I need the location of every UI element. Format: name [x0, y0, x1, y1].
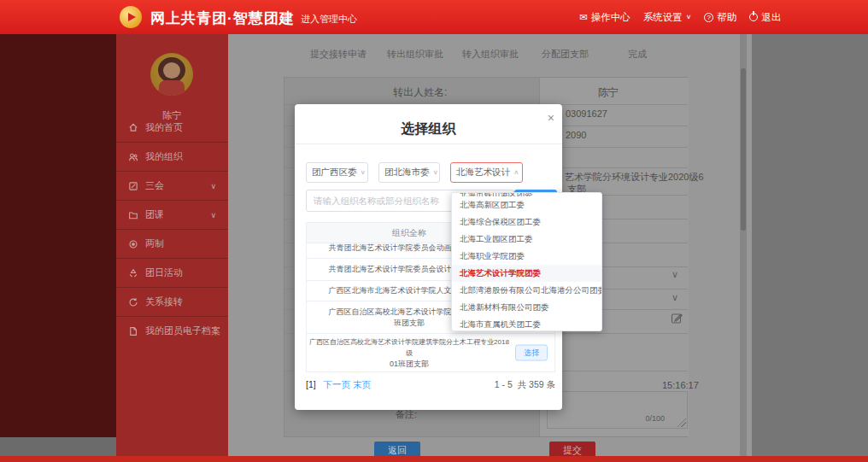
sidebar-item-relation-transfer[interactable]: 关系接转	[116, 287, 228, 316]
dropdown-item[interactable]: 北海市直属机关团工委	[452, 316, 601, 331]
last-page-link[interactable]: 末页	[353, 379, 371, 389]
form-value-3: 2090	[566, 130, 586, 140]
page-left-bottom	[0, 437, 116, 456]
step-out-org-approve: 转出组织审批	[387, 48, 443, 61]
org-dropdown-panel: 北海市铁山港区团委 北海高新区团工委 北海综合保税区团工委 北海工业园区团工委 …	[451, 192, 602, 331]
page-left-background	[0, 34, 116, 437]
sidebar-item-organization[interactable]: 我的组织	[116, 142, 228, 171]
logout-menu[interactable]: 退出	[749, 11, 781, 24]
target-icon	[128, 239, 138, 249]
char-counter: 0/100	[645, 414, 665, 423]
chevron-down-icon[interactable]: ∨	[672, 292, 678, 303]
users-icon	[128, 152, 138, 162]
system-settings-menu[interactable]: 系统设置 ∨	[643, 11, 692, 24]
dropdown-item[interactable]: 北海综合保税区团工委	[452, 213, 601, 231]
pagination: [1] 下一页 末页 1 - 5 共 359 条	[306, 379, 555, 391]
dropdown-item[interactable]: 北海职业学院团委	[452, 248, 601, 265]
step-submit: 提交接转申请	[310, 48, 367, 61]
recycle-icon	[128, 268, 138, 278]
sidebar-item-tuanke[interactable]: 团课 ∨	[116, 200, 228, 229]
edit-pencil-icon[interactable]	[671, 312, 683, 326]
chevron-down-icon: ∨	[361, 169, 367, 176]
edit-icon	[128, 181, 138, 191]
sidebar-item-member-archive[interactable]: 我的团员电子档案	[116, 316, 228, 345]
app-header: 网上共青团·智慧团建 进入管理中心 ✉ 操作中心 系统设置 ∨ ? 帮助 退出	[0, 0, 868, 34]
sidebar-item-label: 我的团员电子档案	[145, 325, 220, 337]
chevron-down-icon: ∨	[210, 211, 216, 219]
refresh-icon	[128, 297, 138, 307]
org-name-line2: 01班团支部	[307, 359, 512, 370]
table-row[interactable]: 广西区自治区高校北海艺术设计学院建筑学院分土木工程专业2018级 01班团支部 …	[307, 334, 554, 371]
chevron-up-icon: ∧	[513, 169, 519, 176]
sidebar-item-sanhui[interactable]: 三会 ∨	[116, 171, 228, 200]
name-label: 转出人姓名:	[393, 85, 447, 100]
sidebar-item-label: 团课	[145, 208, 164, 221]
question-icon: ?	[704, 13, 713, 22]
pagination-range: 1 - 5	[495, 379, 513, 389]
avatar-face	[163, 62, 180, 79]
select-label: 北海艺术设计	[456, 167, 510, 178]
enter-admin-center-link[interactable]: 进入管理中心	[301, 13, 357, 26]
sidebar-item-home[interactable]: 我的首页	[116, 113, 228, 142]
help-menu[interactable]: ? 帮助	[704, 11, 736, 24]
dropdown-item[interactable]: 北部湾港股份有限公司北海港分公司团委	[452, 282, 601, 299]
sidebar-item-label: 关系接转	[145, 295, 183, 308]
select-region-level2[interactable]: 团北海市委 ∨	[378, 162, 440, 183]
page-current[interactable]: [1]	[306, 379, 316, 389]
select-region-level1[interactable]: 团广西区委 ∨	[306, 162, 368, 183]
select-label: 团北海市委	[384, 167, 430, 178]
select-region-level3[interactable]: 北海艺术设计 ∧	[450, 162, 523, 183]
header-menu: ✉ 操作中心 系统设置 ∨ ? 帮助 退出	[579, 0, 781, 34]
org-name: 广西区自治区高校北海艺术设计学院建筑学院分土木工程专业2018级 01班团支部	[307, 336, 512, 370]
step-done: 完成	[628, 48, 647, 61]
chevron-down-icon[interactable]: ∨	[672, 269, 678, 280]
sidebar-item-label: 两制	[145, 237, 164, 250]
menu-label: 帮助	[717, 11, 736, 24]
dropdown-item[interactable]: 北港新材料有限公司团委	[452, 299, 601, 316]
step-in-org-approve: 转入组织审批	[462, 48, 519, 61]
power-icon	[749, 13, 758, 21]
modal-title: 选择组织	[295, 120, 562, 138]
sidebar-item-label: 我的首页	[145, 121, 183, 134]
resize-handle[interactable]	[677, 418, 686, 427]
file-icon	[128, 326, 138, 336]
folder-icon	[128, 210, 138, 220]
step-assign-branch: 分配团支部	[542, 48, 589, 61]
chevron-down-icon: ∨	[686, 14, 692, 20]
dropdown-item-selected[interactable]: 北海艺术设计学院团委	[452, 265, 601, 282]
next-page-link[interactable]: 下一页	[323, 379, 350, 389]
avatar	[150, 53, 193, 96]
timestamp-value: 15:16:17	[662, 380, 699, 390]
page-scrollbar-thumb[interactable]	[741, 68, 746, 231]
app-title: 网上共青团·智慧团建	[150, 9, 295, 28]
home-icon	[128, 122, 138, 132]
mail-icon: ✉	[579, 11, 588, 23]
menu-label: 操作中心	[591, 11, 630, 24]
sidebar-item-label: 我的组织	[145, 150, 183, 163]
flag-icon	[128, 13, 136, 21]
app-root: 陈宁 我的首页 我的组织 三会 ∨ 团课 ∨ 两制 团日活动	[0, 0, 868, 462]
dropdown-item[interactable]: 北海高新区团工委	[452, 196, 601, 213]
remark-textarea[interactable]: 0/100	[547, 391, 688, 429]
pagination-total: 共 359 条	[518, 379, 555, 389]
chevron-down-icon: ∨	[210, 182, 216, 190]
select-label: 团广西区委	[312, 167, 357, 178]
page-right-background	[752, 34, 868, 456]
menu-label: 系统设置	[643, 11, 683, 24]
pick-button[interactable]: 选择	[515, 345, 548, 361]
name-value: 陈宁	[598, 85, 619, 100]
org-value-line1: 艺术学院分环境设计专业2020级6	[565, 171, 704, 184]
operation-center-menu[interactable]: ✉ 操作中心	[579, 11, 630, 24]
org-name-line1: 广西区自治区高校北海艺术设计学院建筑学院分土木工程专业2018级	[307, 336, 512, 359]
league-emblem-logo	[120, 6, 142, 28]
sidebar-item-tuanri-activity[interactable]: 团日活动	[116, 258, 228, 287]
sidebar-menu: 我的首页 我的组织 三会 ∨ 团课 ∨ 两制 团日活动 关系接转	[116, 113, 228, 345]
sidebar-item-label: 团日活动	[145, 266, 183, 279]
form-value-2: 03091627	[566, 108, 607, 119]
dropdown-item[interactable]: 北海工业园区团工委	[452, 231, 601, 248]
sidebar-item-liangzhi[interactable]: 两制	[116, 229, 228, 258]
modal-divider	[295, 143, 562, 144]
sidebar-item-label: 三会	[145, 179, 164, 192]
chevron-down-icon: ∨	[433, 169, 439, 176]
remark-label: 备注:	[396, 408, 417, 421]
